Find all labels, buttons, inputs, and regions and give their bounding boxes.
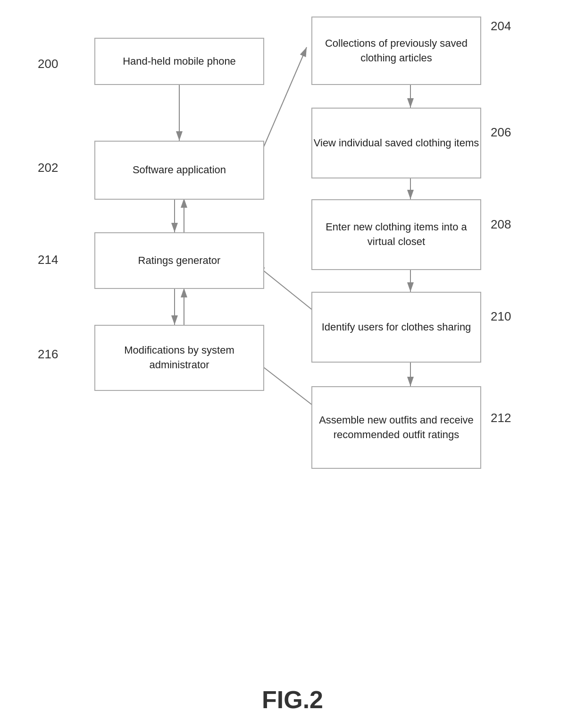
label-212: 212 — [491, 411, 511, 425]
box-204: Collections of previously saved clothing… — [311, 17, 481, 85]
box-210: Identify users for clothes sharing — [311, 292, 481, 363]
diagram-container: Hand-held mobile phone 200 Software appl… — [0, 0, 585, 680]
label-210: 210 — [491, 309, 511, 324]
label-214: 214 — [38, 253, 58, 267]
box-200: Hand-held mobile phone — [94, 38, 264, 85]
label-204: 204 — [491, 19, 511, 34]
label-200: 200 — [38, 57, 58, 71]
label-208: 208 — [491, 217, 511, 232]
box-214: Ratings generator — [94, 232, 264, 289]
box-206: View individual saved clothing items — [311, 108, 481, 178]
box-202: Software application — [94, 141, 264, 200]
label-202: 202 — [38, 161, 58, 175]
arrows-svg — [0, 0, 585, 680]
box-216: Modifications by system administrator — [94, 325, 264, 391]
box-212: Assemble new outfits and receive recomme… — [311, 386, 481, 469]
label-206: 206 — [491, 125, 511, 140]
label-216: 216 — [38, 347, 58, 362]
figure-caption: FIG.2 — [0, 686, 585, 714]
box-208: Enter new clothing items into a virtual … — [311, 199, 481, 270]
